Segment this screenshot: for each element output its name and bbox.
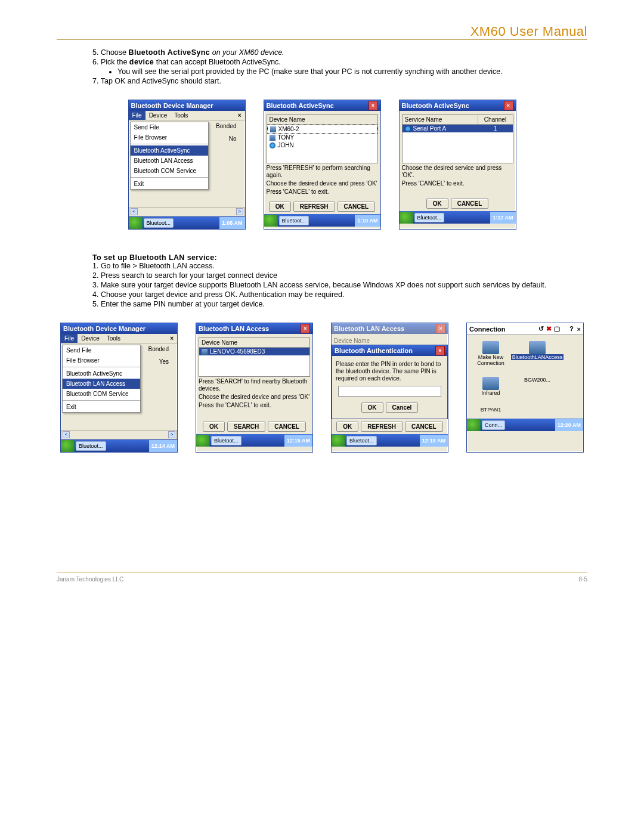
- start-icon[interactable]: [400, 212, 413, 224]
- start-icon[interactable]: [129, 217, 143, 229]
- refresh-button[interactable]: REFRESH: [293, 202, 335, 212]
- bt-lan-access: Bluetooth LAN Access× Device Name LENOVO…: [196, 323, 313, 453]
- dd-activesync[interactable]: Bluetooth ActiveSync: [63, 368, 140, 379]
- screenshot-row-1: Bluetooth Device Manager File Device Too…: [57, 100, 587, 230]
- dev-xm60-2[interactable]: XM60-2: [267, 125, 377, 134]
- connection-window: Connection↺✖▢？× Make New Connection Blue…: [466, 323, 584, 453]
- cancel-button[interactable]: CANCEL: [338, 202, 376, 212]
- bt-lan-auth: Bluetooth LAN Access× Device Name Blueto…: [331, 323, 448, 453]
- menu-device[interactable]: Device: [78, 334, 103, 343]
- dd-filebrowser[interactable]: File Browser: [131, 132, 208, 143]
- header-rule: [57, 39, 587, 40]
- conn-btpan[interactable]: BTPAN1: [473, 407, 509, 413]
- conn-makenew[interactable]: Make New Connection: [473, 341, 509, 366]
- cancel-button[interactable]: CANCEL: [405, 422, 443, 432]
- menubar: File Device Tools ×: [129, 111, 245, 120]
- dd-exit[interactable]: Exit: [63, 402, 140, 412]
- bt-activesync-services: Bluetooth ActiveSync× Service NameChanne…: [399, 100, 516, 230]
- close-icon[interactable]: ×: [369, 101, 378, 110]
- cancel-button[interactable]: CANCEL: [268, 422, 306, 432]
- dev-john[interactable]: JOHN: [267, 141, 377, 149]
- conn-icon: [482, 377, 499, 390]
- pc-icon: [270, 135, 275, 141]
- h-scroll[interactable]: <>: [129, 207, 245, 216]
- task-bluetoot[interactable]: Bluetoot...: [211, 436, 242, 445]
- bt-device-manager-1: Bluetooth Device Manager File Device Too…: [128, 100, 246, 230]
- globe-icon: [270, 143, 275, 148]
- conn-infra[interactable]: Infrared: [473, 377, 509, 396]
- start-icon[interactable]: [467, 419, 481, 431]
- conn-icon: [529, 341, 546, 354]
- file-dropdown: Send File File Browser Bluetooth ActiveS…: [130, 122, 209, 190]
- screenshot-row-2: Bluetooth Device Manager File Device Too…: [57, 323, 587, 453]
- dd-exit[interactable]: Exit: [131, 179, 208, 189]
- menu-device[interactable]: Device: [145, 111, 171, 120]
- instructions-block-1: 5. Choose Bluetooth ActiveSync on your X…: [57, 44, 587, 85]
- ok-button[interactable]: OK: [269, 202, 291, 212]
- ok-button[interactable]: OK: [203, 422, 225, 432]
- task-bluetoot[interactable]: Bluetoot...: [144, 218, 174, 228]
- page-title: XM60 User Manual: [57, 24, 587, 39]
- menu-close[interactable]: ×: [166, 334, 177, 343]
- dd-sendfile[interactable]: Send File: [63, 345, 140, 355]
- start-icon[interactable]: [61, 440, 75, 452]
- cancel-button[interactable]: CANCEL: [451, 199, 489, 209]
- bt-device-manager-2: Bluetooth Device Manager File Device Too…: [60, 323, 178, 453]
- instructions-block-2: To set up Bluetooth LAN service: 1. Go t…: [57, 247, 587, 308]
- menu-tools[interactable]: Tools: [171, 111, 191, 120]
- close-icon[interactable]: ×: [301, 324, 310, 333]
- h-scroll[interactable]: <>: [61, 430, 177, 439]
- dd-com[interactable]: Bluetooth COM Service: [131, 166, 208, 176]
- pin-input[interactable]: [338, 386, 441, 397]
- conn-bgw[interactable]: BGW200...: [519, 377, 555, 396]
- cancel-button[interactable]: Cancel: [386, 402, 419, 413]
- svc-serial-port-a[interactable]: Serial Port A1: [402, 125, 513, 132]
- ok-button[interactable]: OK: [336, 422, 358, 432]
- task-bluetoot[interactable]: Bluetoot...: [346, 436, 377, 445]
- auth-dialog: Bluetooth Authentication× Please enter t…: [332, 345, 448, 419]
- menu-file[interactable]: File: [61, 334, 78, 343]
- conn-icon: [482, 341, 499, 354]
- ok-button[interactable]: OK: [426, 199, 448, 209]
- bt-activesync-devices: Bluetooth ActiveSync× Device Name XM60-2…: [264, 100, 381, 230]
- task-bluetoot[interactable]: Bluetoot...: [76, 441, 106, 451]
- pc-icon: [270, 126, 276, 132]
- task-bluetoot[interactable]: Bluetoot...: [279, 216, 309, 225]
- task-conn[interactable]: Conn...: [482, 420, 505, 430]
- dev-lenovo[interactable]: LENOVO-45698ED3: [199, 348, 309, 355]
- ok-button[interactable]: OK: [361, 402, 383, 413]
- close-icon[interactable]: ×: [436, 324, 445, 333]
- search-button[interactable]: SEARCH: [227, 422, 265, 432]
- menu-tools[interactable]: Tools: [103, 334, 124, 343]
- gear-icon: [405, 126, 411, 132]
- refresh-button[interactable]: REFRESH: [361, 422, 402, 432]
- conn-btla[interactable]: BluetoothLANAccess: [519, 341, 555, 366]
- dd-sendfile[interactable]: Send File: [131, 122, 208, 132]
- close-icon[interactable]: ×: [435, 346, 445, 355]
- dd-com[interactable]: Bluetooth COM Service: [63, 389, 140, 399]
- close-icon[interactable]: ×: [504, 101, 513, 110]
- task-bluetoot[interactable]: Bluetoot...: [414, 213, 445, 222]
- menu-file[interactable]: File: [129, 111, 145, 120]
- page-footer: Janam Technologies LLC8-5: [57, 572, 587, 583]
- dev-tony[interactable]: TONY: [267, 134, 377, 141]
- dd-lan[interactable]: Bluetooth LAN Access: [131, 156, 208, 166]
- start-icon[interactable]: [332, 435, 345, 447]
- pc-icon: [202, 349, 208, 355]
- dd-lan[interactable]: Bluetooth LAN Access: [63, 379, 140, 389]
- dd-filebrowser[interactable]: File Browser: [63, 355, 140, 366]
- dd-activesync[interactable]: Bluetooth ActiveSync: [131, 145, 208, 156]
- start-icon[interactable]: [196, 435, 210, 447]
- start-icon[interactable]: [264, 215, 278, 227]
- menu-close[interactable]: ×: [234, 111, 245, 120]
